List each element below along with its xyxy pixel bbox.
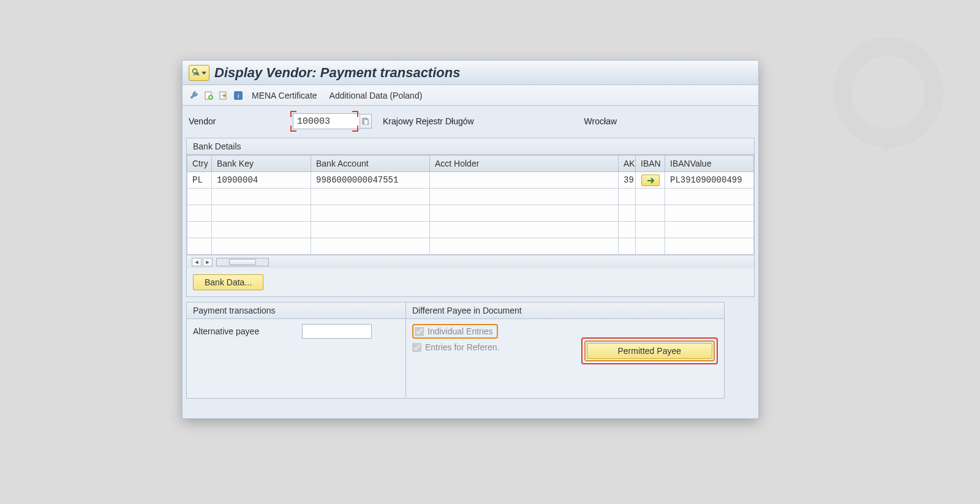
iban-arrow-icon[interactable] [641, 175, 660, 186]
alternative-payee-label: Alternative payee [193, 326, 259, 336]
col-iban-value[interactable]: IBANValue [665, 156, 754, 172]
col-bank-account[interactable]: Bank Account [311, 156, 430, 172]
table-row[interactable] [187, 205, 754, 222]
cell-iban-value: PL391090000499 [665, 172, 754, 189]
individual-entries-label: Individual Entries [428, 326, 493, 336]
window-mode-icon[interactable] [189, 65, 209, 81]
titlebar: Display Vendor: Payment transactions [183, 61, 758, 85]
tool-icon-add-doc[interactable] [202, 89, 216, 102]
bank-details-title: Bank Details [187, 138, 754, 155]
payment-transactions-title: Payment transactions [187, 303, 405, 319]
col-ctry[interactable]: Ctry [187, 156, 212, 172]
svg-point-9 [842, 47, 934, 138]
bank-details-panel: Bank Details Ctry Bank Key Bank Account … [186, 138, 755, 297]
cell-bank-account: 9986000000047551 [311, 172, 430, 189]
bank-data-button[interactable]: Bank Data... [193, 274, 263, 290]
highlight-corner [352, 111, 358, 117]
toolbar-mena-certificate[interactable]: MENA Certificate [246, 88, 323, 103]
svg-point-0 [193, 69, 197, 73]
toolbar-additional-data[interactable]: Additional Data (Poland) [324, 88, 428, 103]
tool-icon-export-doc[interactable] [217, 89, 230, 102]
table-horizontal-scrollbar: ◄ ► [187, 255, 754, 268]
tool-icon-info[interactable]: i [232, 89, 245, 102]
scroll-right-icon[interactable]: ► [203, 258, 213, 266]
col-bank-key[interactable]: Bank Key [212, 156, 311, 172]
cell-bank-key: 10900004 [212, 172, 311, 189]
vendor-id-input[interactable] [293, 113, 360, 129]
vendor-label: Vendor [189, 116, 293, 126]
table-row[interactable] [187, 238, 754, 255]
scroll-track[interactable] [216, 258, 269, 266]
tool-icon-wrench[interactable] [187, 89, 201, 102]
col-acct-holder[interactable]: Acct Holder [430, 156, 619, 172]
entries-for-referen-label: Entries for Referen. [425, 342, 499, 352]
svg-rect-8 [364, 119, 368, 125]
entries-for-referen-checkbox[interactable] [412, 343, 421, 352]
cell-acct-holder [430, 172, 619, 189]
permitted-payee-button[interactable]: Permitted Payee [587, 343, 713, 359]
toolbar: i MENA Certificate Additional Data (Pola… [183, 85, 758, 106]
table-row[interactable] [187, 222, 754, 238]
svg-text:i: i [237, 92, 239, 99]
individual-entries-checkbox[interactable] [415, 327, 424, 336]
cell-ctry: PL [187, 172, 212, 189]
page-title: Display Vendor: Payment transactions [214, 65, 460, 81]
vendor-city: Wrocław [584, 116, 617, 126]
highlight-permitted-payee: Permitted Payee [581, 337, 718, 364]
table-row[interactable]: PL 10900004 9986000000047551 39 PL391090… [187, 172, 754, 189]
highlight-individual-entries: Individual Entries [412, 324, 498, 339]
alternative-payee-input[interactable] [302, 324, 372, 339]
payment-transactions-panel: Payment transactions Alternative payee [186, 302, 406, 399]
app-window: Display Vendor: Payment transactions i M… [182, 60, 759, 419]
table-row[interactable] [187, 189, 754, 205]
watermark-bubble-icon [821, 32, 956, 167]
highlight-corner [290, 111, 296, 117]
cell-iban[interactable] [636, 172, 665, 189]
vendor-search-help-icon[interactable] [360, 114, 372, 129]
col-ak[interactable]: AK [619, 156, 636, 172]
different-payee-title: Different Payee in Document [406, 303, 724, 319]
scroll-left-icon[interactable]: ◄ [192, 258, 202, 266]
different-payee-panel: Different Payee in Document Individual E… [406, 302, 725, 399]
highlight-corner [290, 126, 296, 132]
vendor-header: Vendor Krajowy Rejestr Długów Wrocław [183, 106, 758, 138]
vendor-name: Krajowy Rejestr Długów [383, 116, 474, 126]
scroll-thumb[interactable] [229, 259, 256, 265]
bank-details-table: Ctry Bank Key Bank Account Acct Holder A… [187, 155, 754, 255]
col-iban[interactable]: IBAN [636, 156, 665, 172]
highlight-corner [352, 126, 358, 132]
cell-ak: 39 [619, 172, 636, 189]
